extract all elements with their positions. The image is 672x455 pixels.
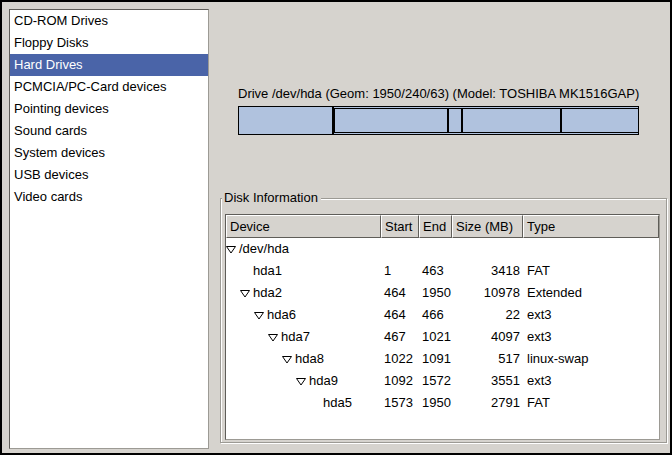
expander-open-icon[interactable] [240,289,250,298]
device-name: hda5 [323,392,352,414]
expander-spacer [310,399,320,408]
type-cell: linux-swap [523,348,659,370]
start-cell: 464 [381,304,419,326]
size-cell [452,238,523,260]
table-body: /dev/hdahda114633418FAThda2464195010978E… [226,238,659,414]
end-cell: 466 [419,304,452,326]
start-cell: 1573 [381,392,419,414]
column-header-size-mb-[interactable]: Size (MB) [452,215,523,238]
sidebar-item-sound-cards[interactable]: Sound cards [10,120,208,142]
end-cell: 463 [419,260,452,282]
table-row-hda2[interactable]: hda2464195010978Extended [226,282,659,304]
start-cell: 1 [381,260,419,282]
type-cell: FAT [523,392,659,414]
column-header-end[interactable]: End [419,215,452,238]
sidebar-item-cd-rom-drives[interactable]: CD-ROM Drives [10,10,208,32]
table-header-row: DeviceStartEndSize (MB)Type [226,215,659,238]
table-row-hda9[interactable]: hda9109215723551ext3 [226,370,659,392]
type-cell: FAT [523,260,659,282]
start-cell [381,238,419,260]
column-header-start[interactable]: Start [381,215,419,238]
end-cell: 1950 [419,282,452,304]
drive-geometry-label: Drive /dev/hda (Geom: 1950/240/63) (Mode… [238,86,639,101]
disk-information-frame-label: Disk Information [222,190,321,205]
sidebar-item-video-cards[interactable]: Video cards [10,186,208,208]
start-cell: 467 [381,326,419,348]
device-name: hda8 [295,348,324,370]
partition-bar [238,106,639,135]
size-cell: 3551 [452,370,523,392]
table-row-hda8[interactable]: hda810221091517linux-swap [226,348,659,370]
partition-segment-hda5[interactable] [561,108,639,133]
size-cell: 2791 [452,392,523,414]
size-cell: 4097 [452,326,523,348]
partition-segment-hda7[interactable] [334,108,448,133]
type-cell [523,238,659,260]
device-name: /dev/hda [239,238,289,260]
device-name: hda1 [253,260,282,282]
sidebar-item-usb-devices[interactable]: USB devices [10,164,208,186]
disk-information-table: DeviceStartEndSize (MB)Type /dev/hdahda1… [225,214,660,440]
sidebar-item-floppy-disks[interactable]: Floppy Disks [10,32,208,54]
size-cell: 22 [452,304,523,326]
end-cell: 1572 [419,370,452,392]
end-cell: 1091 [419,348,452,370]
device-name: hda6 [267,304,296,326]
type-cell: Extended [523,282,659,304]
partition-segment-hda8[interactable] [448,108,462,133]
expander-open-icon[interactable] [296,377,306,386]
column-header-device[interactable]: Device [226,215,381,238]
start-cell: 464 [381,282,419,304]
expander-open-icon[interactable] [268,333,278,342]
sidebar-item-hard-drives[interactable]: Hard Drives [10,54,208,76]
expander-open-icon[interactable] [226,245,236,254]
end-cell: 1950 [419,392,452,414]
expander-open-icon[interactable] [254,311,264,320]
expander-open-icon[interactable] [282,355,292,364]
sidebar-item-pointing-devices[interactable]: Pointing devices [10,98,208,120]
end-cell: 1021 [419,326,452,348]
table-row-hda5[interactable]: hda5157319502791FAT [226,392,659,414]
column-header-type[interactable]: Type [523,215,659,238]
size-cell: 517 [452,348,523,370]
device-name: hda9 [309,370,338,392]
device-category-list: CD-ROM DrivesFloppy DisksHard DrivesPCMC… [9,9,209,449]
device-name: hda2 [253,282,282,304]
type-cell: ext3 [523,304,659,326]
table-row-hda7[interactable]: hda746710214097ext3 [226,326,659,348]
table-row-hda6[interactable]: hda646446622ext3 [226,304,659,326]
disk-information-frame: Disk Information DeviceStartEndSize (MB)… [220,198,667,443]
partition-segment-hda9[interactable] [462,108,561,133]
hardware-browser-window: CD-ROM DrivesFloppy DisksHard DrivesPCMC… [0,0,672,455]
start-cell: 1022 [381,348,419,370]
device-name: hda7 [281,326,310,348]
size-cell: 3418 [452,260,523,282]
start-cell: 1092 [381,370,419,392]
expander-spacer [240,267,250,276]
end-cell [419,238,452,260]
sidebar-item-system-devices[interactable]: System devices [10,142,208,164]
table-row-hda1[interactable]: hda114633418FAT [226,260,659,282]
sidebar-item-pcmcia-pc-card-devices[interactable]: PCMCIA/PC-Card devices [10,76,208,98]
size-cell: 10978 [452,282,523,304]
table-row--dev-hda[interactable]: /dev/hda [226,238,659,260]
type-cell: ext3 [523,326,659,348]
type-cell: ext3 [523,370,659,392]
partition-segment-hda1[interactable] [238,106,333,135]
